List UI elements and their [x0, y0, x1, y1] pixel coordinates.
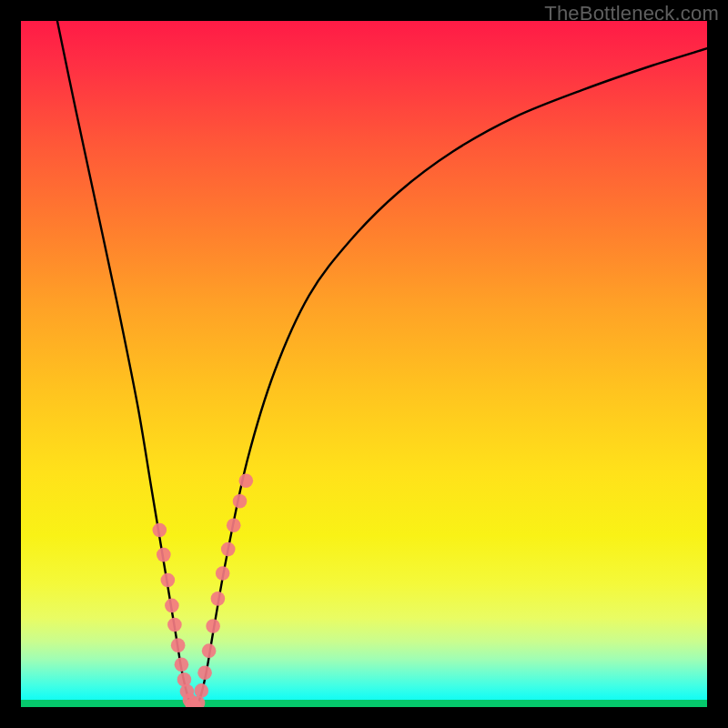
svg-point-13: [195, 683, 209, 698]
svg-point-20: [227, 518, 241, 532]
svg-point-0: [153, 523, 167, 538]
svg-point-21: [233, 494, 248, 509]
plot-area: [21, 21, 707, 707]
chart-frame: TheBottleneck.com: [0, 0, 728, 728]
highlight-dots-left: [153, 523, 202, 707]
svg-point-16: [206, 619, 220, 633]
svg-point-6: [175, 657, 189, 672]
highlight-dots-right: [191, 473, 253, 707]
svg-point-22: [239, 473, 254, 488]
svg-point-18: [216, 566, 230, 581]
svg-point-19: [221, 542, 236, 557]
curve-layer: [21, 21, 707, 707]
svg-point-4: [167, 618, 182, 632]
svg-point-1: [157, 548, 171, 562]
svg-point-3: [165, 599, 179, 613]
bottleneck-curve: [57, 21, 707, 707]
svg-point-17: [211, 592, 226, 606]
svg-point-2: [161, 573, 176, 588]
svg-point-14: [197, 666, 212, 681]
svg-point-5: [171, 638, 186, 652]
svg-point-15: [202, 643, 217, 658]
watermark-text: TheBottleneck.com: [544, 2, 719, 25]
